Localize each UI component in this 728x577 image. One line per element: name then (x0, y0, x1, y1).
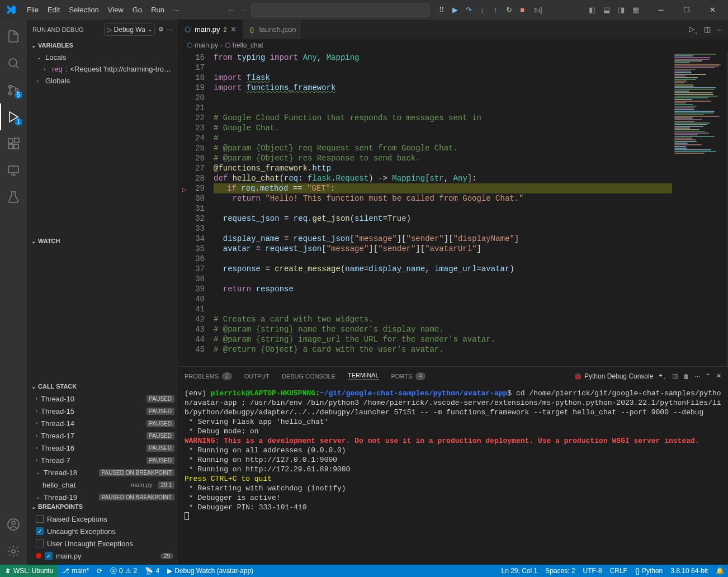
minimize-button[interactable]: ─ (649, 0, 673, 20)
watch-section[interactable]: ⌄WATCH (27, 235, 178, 247)
bp-line-badge: 29 (160, 553, 173, 559)
branch-status[interactable]: ⎇main* (58, 565, 93, 577)
accounts-icon[interactable] (0, 511, 27, 538)
run-editor-icon[interactable]: ▷⌄ (689, 25, 698, 35)
checkbox[interactable]: ✓ (36, 527, 44, 535)
thread-Thread-19[interactable]: ⌄Thread-19PAUSED ON BREAKPOINT (27, 491, 178, 500)
command-center-search[interactable] (251, 3, 430, 17)
panel-tab-problems[interactable]: PROBLEMS2 (185, 372, 232, 380)
encoding-status[interactable]: UTF-8 (579, 565, 606, 577)
restart-icon[interactable]: ↻ (504, 5, 514, 15)
breakpoints-section[interactable]: ⌄BREAKPOINTS (27, 500, 178, 513)
step-into-icon[interactable]: ↓ (477, 5, 487, 15)
indentation-status[interactable]: Spaces: 2 (541, 565, 579, 577)
checkbox[interactable]: ✓ (45, 552, 53, 560)
globals-scope[interactable]: ›Globals (28, 75, 178, 87)
eol-status[interactable]: CRLF (606, 565, 631, 577)
thread-Thread-18[interactable]: ⌄Thread-18PAUSED ON BREAKPOINT (27, 466, 178, 479)
remote-explorer-icon[interactable] (0, 157, 27, 184)
source-control-icon[interactable]: 5 (0, 77, 27, 103)
continue-icon[interactable]: ▶ (450, 5, 460, 15)
nav-back-icon[interactable]: ← (228, 6, 235, 14)
breakpoint-raised-exceptions[interactable]: Raised Exceptions (27, 513, 178, 525)
menu-edit[interactable]: Edit (43, 0, 64, 20)
line-gutter[interactable]: 1617181920212223242526272829303132333435… (178, 51, 214, 366)
split-editor-icon[interactable]: ◫ (704, 25, 711, 34)
stop-icon[interactable]: ■ (517, 5, 527, 15)
variable-req[interactable]: ›req: <Request 'http://charming-tro… (28, 63, 178, 75)
new-terminal-icon[interactable]: +⌄ (659, 372, 666, 380)
thread-Thread-7[interactable]: ›Thread-7PAUSED (27, 454, 178, 466)
thread-Thread-15[interactable]: ›Thread-15PAUSED (27, 405, 178, 417)
thread-Thread-17[interactable]: ›Thread-17PAUSED (27, 429, 178, 442)
explorer-icon[interactable] (0, 23, 27, 50)
notifications-icon[interactable]: 🔔 (712, 565, 728, 577)
close-tab-icon[interactable]: ✕ (230, 25, 237, 34)
menu-go[interactable]: Go (128, 0, 146, 20)
debug-sidebar: RUN AND DEBUG ▷ Debug Wa ⌄ ⚙ ··· ⌄VARIAB… (27, 20, 178, 565)
menu-file[interactable]: File (22, 0, 43, 20)
thread-Thread-16[interactable]: ›Thread-16PAUSED (27, 442, 178, 454)
more-icon[interactable]: ··· (167, 26, 172, 33)
search-icon[interactable] (0, 50, 27, 77)
breakpoint-uncaught-exceptions[interactable]: ✓Uncaught Exceptions (27, 525, 178, 537)
step-over-icon[interactable]: ↷ (464, 5, 474, 15)
minimap[interactable] (672, 51, 728, 366)
extensions-icon[interactable] (0, 130, 27, 157)
callstack-section[interactable]: ⌄CALL STACK (27, 380, 178, 392)
step-out-icon[interactable]: ↑ (490, 5, 500, 15)
menu-selection[interactable]: Selection (64, 0, 103, 20)
menu-view[interactable]: View (103, 0, 128, 20)
stack-frame-hello_chat[interactable]: hello_chatmain.py29:1 (27, 479, 178, 491)
locals-scope[interactable]: ⌄Locals (28, 51, 178, 63)
breadcrumb-symbol[interactable]: hello_chat (233, 41, 263, 49)
toggle-secondary-sidebar-icon[interactable]: ◨ (615, 4, 627, 16)
breadcrumb-file[interactable]: main.py (195, 41, 218, 49)
toggle-primary-sidebar-icon[interactable]: ◧ (586, 4, 598, 16)
thread-Thread-14[interactable]: ›Thread-14PAUSED (27, 417, 178, 429)
checkbox[interactable] (36, 515, 44, 523)
menu-overflow[interactable]: ··· (169, 6, 184, 14)
gear-icon[interactable]: ⚙ (158, 26, 164, 33)
language-status[interactable]: {}Python (631, 565, 666, 577)
ports-status[interactable]: 📡4 (141, 565, 163, 577)
breakpoint-file[interactable]: ✓main.py29 (27, 550, 178, 562)
panel-tab-terminal[interactable]: TERMINAL (348, 372, 379, 380)
panel-more-icon[interactable]: ··· (695, 373, 700, 380)
breadcrumb[interactable]: ⬡ main.py › ⬡ hello_chat (178, 39, 728, 51)
tab-launch-json[interactable]: {}launch.json (243, 20, 302, 39)
cursor-position[interactable]: Ln 29, Col 1 (497, 565, 541, 577)
run-config-dropdown[interactable]: ▷ Debug Wa ⌄ (104, 23, 155, 36)
settings-icon[interactable] (0, 538, 27, 565)
code-editor[interactable]: from typing import Any, Mappingimport fl… (214, 51, 672, 366)
panel-tab-ports[interactable]: PORTS4 (391, 372, 426, 380)
panel-tab-debug-console[interactable]: DEBUG CONSOLE (282, 372, 335, 380)
maximize-panel-icon[interactable]: ⌃ (706, 372, 711, 380)
breakpoint-user-uncaught-exceptions[interactable]: User Uncaught Exceptions (27, 537, 178, 550)
split-terminal-icon[interactable]: ◫ (672, 372, 678, 380)
remote-indicator[interactable]: WSL: Ubuntu (0, 565, 58, 577)
menu-run[interactable]: Run (146, 0, 169, 20)
debug-status[interactable]: ▶Debug Watch (avatar-app) (163, 565, 257, 577)
terminal[interactable]: (env) pierrick@LAPTOP-HKU5PNNG:~/git/goo… (178, 385, 728, 565)
close-button[interactable]: ✕ (700, 0, 725, 20)
testing-icon[interactable] (0, 184, 27, 211)
nav-forward-icon[interactable]: → (240, 6, 248, 14)
customize-layout-icon[interactable]: ▦ (630, 4, 642, 16)
thread-Thread-10[interactable]: ›Thread-10PAUSED (27, 392, 178, 405)
panel-tab-output[interactable]: OUTPUT (244, 372, 270, 380)
kill-terminal-icon[interactable]: 🗑 (683, 373, 689, 380)
terminal-profile-dropdown[interactable]: 🐞 Python Debug Console (574, 372, 653, 380)
checkbox[interactable] (36, 540, 44, 547)
maximize-button[interactable]: ☐ (674, 0, 699, 20)
drag-grip-icon[interactable]: ⠿ (437, 5, 447, 15)
problems-status[interactable]: ⓧ0 ⚠2 (106, 565, 141, 577)
more-editor-icon[interactable]: ··· (716, 25, 722, 34)
toggle-panel-icon[interactable]: ⬓ (601, 4, 613, 16)
sync-status[interactable]: ⟳ (93, 565, 106, 577)
interpreter-status[interactable]: 3.8.10 64-bit (666, 565, 712, 577)
close-panel-icon[interactable]: ✕ (716, 372, 721, 380)
tab-main-py[interactable]: ⬡main.py2✕ (178, 20, 243, 39)
run-debug-icon[interactable]: 1 (0, 103, 27, 130)
variables-section[interactable]: ⌄VARIABLES (27, 39, 178, 51)
